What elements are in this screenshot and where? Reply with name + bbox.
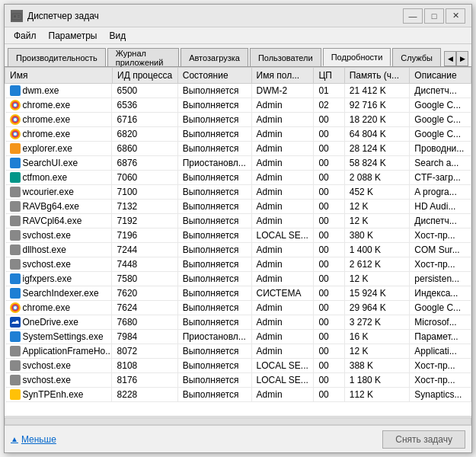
h-scroll-track[interactable] — [5, 417, 471, 425]
process-state: Выполняется — [177, 185, 251, 200]
process-name-text: SearchUI.exe — [23, 158, 78, 168]
process-cpu: 00 — [314, 243, 344, 257]
col-header-pid[interactable]: ИД процесса — [113, 68, 178, 84]
process-user: СИСТЕМА — [251, 286, 314, 301]
process-icon — [10, 244, 21, 255]
process-description: COM Sur... — [410, 243, 471, 257]
table-row[interactable]: dllhost.exe7244ВыполняетсяAdmin001 400 K… — [5, 243, 471, 257]
svg-point-11 — [14, 118, 17, 121]
process-pid: 7100 — [113, 185, 178, 200]
tab-services[interactable]: Службы — [392, 48, 441, 66]
table-row[interactable]: SearchUI.exe6876Приостановл...Admin0058 … — [5, 156, 471, 171]
content-area: Имя ИД процесса Состояние Имя пол... ЦП … — [5, 67, 471, 425]
table-row[interactable]: chrome.exe6820ВыполняетсяAdmin0064 804 K… — [5, 127, 471, 142]
process-memory: 112 K — [344, 388, 410, 402]
table-row[interactable]: chrome.exe6536ВыполняетсяAdmin0292 716 K… — [5, 98, 471, 113]
process-memory: 2 088 K — [344, 171, 410, 185]
table-row[interactable]: SearchIndexer.exe7620ВыполняетсяСИСТЕМА0… — [5, 286, 471, 301]
process-state: Выполняется — [177, 286, 251, 301]
table-row[interactable]: wcourier.exe7100ВыполняетсяAdmin00452 KA… — [5, 185, 471, 200]
process-name-text: svchost.exe — [23, 259, 71, 270]
col-header-desc[interactable]: Описание — [410, 68, 471, 84]
process-user: Admin — [251, 301, 314, 315]
table-row[interactable]: explorer.exe6860ВыполняетсяAdmin0028 124… — [5, 142, 471, 156]
maximize-button[interactable]: □ — [424, 8, 444, 24]
process-icon — [10, 259, 21, 270]
process-pid: 7984 — [113, 330, 178, 344]
col-header-user[interactable]: Имя пол... — [251, 68, 314, 84]
process-name-text: igfxpers.exe — [23, 273, 72, 284]
table-row[interactable]: svchost.exe7196ВыполняетсяLOCAL SE...003… — [5, 228, 471, 243]
tab-app-history[interactable]: Журнал приложений — [107, 48, 179, 66]
process-description: Google C... — [410, 98, 471, 113]
process-icon — [10, 331, 21, 342]
tab-scroll-right[interactable]: ▶ — [456, 51, 468, 66]
process-icon — [10, 85, 21, 96]
process-cpu: 00 — [314, 330, 344, 344]
menu-parameters[interactable]: Параметры — [43, 29, 104, 43]
tab-autostart[interactable]: Автозагрузка — [180, 48, 248, 66]
process-memory: 64 804 K — [344, 127, 410, 142]
process-state: Выполняется — [177, 243, 251, 257]
process-description: Google C... — [410, 301, 471, 315]
menu-file[interactable]: Файл — [8, 29, 43, 43]
process-description: persisten... — [410, 272, 471, 286]
less-button[interactable]: ▲ Меньше — [11, 434, 56, 445]
table-row[interactable]: ctfmon.exe7060ВыполняетсяAdmin002 088 KC… — [5, 171, 471, 185]
table-row[interactable]: OneDrive.exe7680ВыполняетсяAdmin003 272 … — [5, 315, 471, 330]
process-memory: 388 K — [344, 359, 410, 373]
end-task-button[interactable]: Снять задачу — [382, 430, 465, 449]
process-name-text: OneDrive.exe — [23, 317, 78, 328]
table-row[interactable]: svchost.exe8176ВыполняетсяLOCAL SE...001… — [5, 373, 471, 388]
process-name-text: svchost.exe — [23, 375, 71, 385]
tab-scroll-left[interactable]: ◀ — [444, 51, 456, 66]
process-user: Admin — [251, 272, 314, 286]
table-row[interactable]: dwm.exe6500ВыполняетсяDWM-20121 412 KДис… — [5, 84, 471, 98]
table-row[interactable]: SynTPEnh.exe8228ВыполняетсяAdmin00112 KS… — [5, 388, 471, 402]
table-row[interactable]: SystemSettings.exe7984Приостановл...Admi… — [5, 330, 471, 344]
table-row[interactable]: RAVCpl64.exe7192ВыполняетсяAdmin0012 KДи… — [5, 214, 471, 228]
process-state: Выполняется — [177, 200, 251, 214]
process-description: Synaptics... — [410, 388, 471, 402]
process-pid: 7244 — [113, 243, 178, 257]
table-row[interactable]: RAVBg64.exe7132ВыполняетсяAdmin0012 KHD … — [5, 200, 471, 214]
table-row[interactable]: ApplicationFrameHo...8072ВыполняетсяAdmi… — [5, 344, 471, 359]
close-button[interactable]: ✕ — [446, 8, 465, 24]
process-description: Диспетч... — [410, 84, 471, 98]
col-header-state[interactable]: Состояние — [177, 68, 251, 84]
table-header-row: Имя ИД процесса Состояние Имя пол... ЦП … — [5, 68, 471, 84]
tab-details[interactable]: Подробности — [323, 48, 391, 66]
process-name-text: chrome.exe — [23, 129, 71, 139]
table-row[interactable]: chrome.exe7624ВыполняетсяAdmin0029 964 K… — [5, 301, 471, 315]
tab-performance[interactable]: Производительность — [8, 48, 106, 66]
menu-view[interactable]: Вид — [103, 29, 132, 43]
process-pid: 6500 — [113, 84, 178, 98]
col-header-memory[interactable]: Память (ч... — [344, 68, 410, 84]
process-description: Проводни... — [410, 142, 471, 156]
svg-rect-0 — [12, 14, 21, 20]
table-row[interactable]: igfxpers.exe7580ВыполняетсяAdmin0012 Kpe… — [5, 272, 471, 286]
process-icon — [10, 273, 21, 284]
horizontal-scrollbar[interactable] — [5, 416, 471, 425]
table-row[interactable]: svchost.exe8108ВыполняетсяLOCAL SE...003… — [5, 359, 471, 373]
table-row[interactable]: svchost.exe7448ВыполняетсяAdmin002 612 K… — [5, 257, 471, 272]
process-description: Google C... — [410, 127, 471, 142]
tab-users[interactable]: Пользователи — [250, 48, 321, 66]
col-header-name[interactable]: Имя — [5, 68, 113, 84]
process-cpu: 00 — [314, 286, 344, 301]
process-state: Выполняется — [177, 388, 251, 402]
process-icon — [10, 389, 21, 400]
process-name-text: wcourier.exe — [23, 187, 74, 197]
process-user: Admin — [251, 185, 314, 200]
col-header-cpu[interactable]: ЦП — [314, 68, 344, 84]
process-table-container[interactable]: Имя ИД процесса Состояние Имя пол... ЦП … — [5, 67, 471, 416]
process-description: Диспетч... — [410, 214, 471, 228]
process-description: A progra... — [410, 185, 471, 200]
process-icon — [10, 302, 21, 313]
process-name-text: SynTPEnh.exe — [23, 389, 84, 400]
minimize-button[interactable]: — — [403, 8, 423, 24]
process-name-text: dllhost.exe — [23, 244, 66, 255]
process-cpu: 00 — [314, 200, 344, 214]
process-memory: 1 400 K — [344, 243, 410, 257]
table-row[interactable]: chrome.exe6716ВыполняетсяAdmin0018 220 K… — [5, 113, 471, 127]
